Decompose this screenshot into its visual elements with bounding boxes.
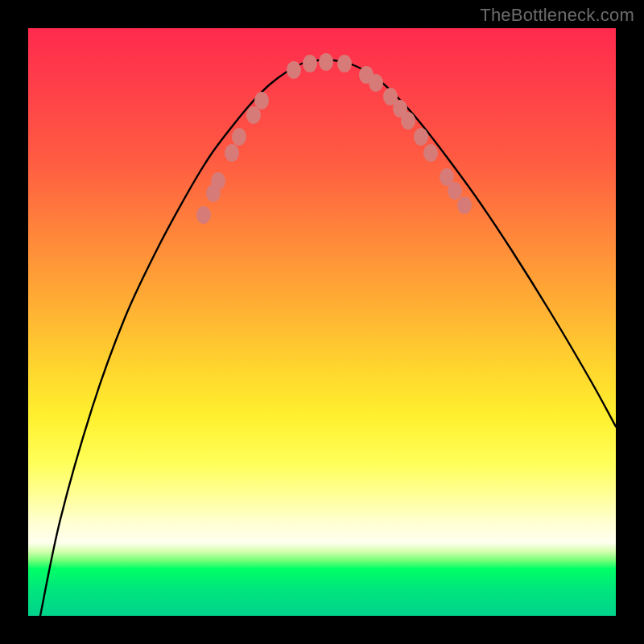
highlight-dot — [225, 144, 239, 162]
plot-area — [28, 28, 616, 616]
highlight-markers — [196, 53, 472, 224]
highlight-dot — [369, 74, 383, 92]
highlight-dot — [319, 53, 333, 71]
highlight-dot — [196, 206, 211, 224]
bottleneck-curve-line — [40, 60, 616, 616]
highlight-dot — [254, 92, 269, 109]
highlight-dot — [457, 196, 472, 214]
highlight-dot — [211, 172, 225, 190]
highlight-dot — [287, 61, 301, 79]
highlight-dot — [448, 182, 462, 200]
highlight-dot — [401, 112, 415, 130]
highlight-dot — [423, 144, 438, 162]
highlight-dot — [246, 106, 261, 124]
highlight-dot — [303, 55, 317, 72]
highlight-dot — [414, 128, 428, 146]
watermark-text: TheBottleneck.com — [480, 5, 634, 26]
bottleneck-chart — [28, 28, 616, 616]
highlight-dot — [337, 55, 352, 72]
chart-stage: TheBottleneck.com — [0, 0, 644, 644]
highlight-dot — [232, 128, 246, 146]
